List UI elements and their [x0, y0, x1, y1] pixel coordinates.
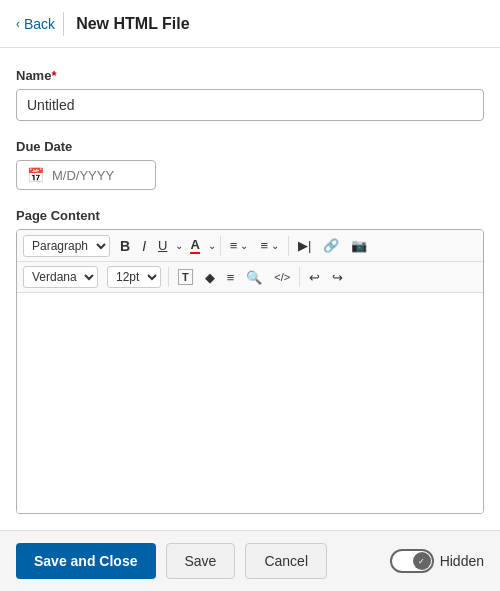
- save-button[interactable]: Save: [166, 543, 236, 579]
- source-icon: </>: [274, 271, 290, 283]
- separator-2: [288, 236, 289, 256]
- find-icon: 🔍: [246, 270, 262, 285]
- due-date-label: Due Date: [16, 139, 484, 154]
- due-date-field-group: Due Date 📅: [16, 139, 484, 190]
- back-button[interactable]: ‹ Back: [16, 12, 64, 36]
- toggle-thumb: ✓: [413, 552, 431, 570]
- name-label: Name*: [16, 68, 484, 83]
- italic-button[interactable]: I: [137, 235, 151, 257]
- font-dropdown[interactable]: Verdana: [23, 266, 98, 288]
- footer: Save and Close Save Cancel ✓ Hidden: [0, 530, 500, 591]
- toolbar-row-2: Verdana 12pt T ◆ ≡ 🔍: [17, 262, 483, 293]
- source-button[interactable]: </>: [269, 268, 295, 286]
- hidden-toggle[interactable]: ✓: [390, 549, 434, 573]
- underline-button[interactable]: U: [153, 235, 172, 256]
- name-field-group: Name*: [16, 68, 484, 121]
- main-content: Name* Due Date 📅 Page Content Paragraph …: [0, 48, 500, 552]
- editor-body[interactable]: [17, 293, 483, 513]
- text-color-button[interactable]: A: [185, 234, 204, 257]
- calendar-icon: 📅: [27, 167, 44, 183]
- text-color-chevron-icon: ⌄: [208, 240, 216, 251]
- bold-button[interactable]: B: [115, 235, 135, 257]
- hidden-toggle-group: ✓ Hidden: [390, 549, 484, 573]
- link-button[interactable]: 🔗: [318, 235, 344, 256]
- back-chevron-icon: ‹: [16, 17, 20, 31]
- size-dropdown[interactable]: 12pt: [107, 266, 161, 288]
- indent-icon: ≡: [227, 270, 235, 285]
- cancel-button[interactable]: Cancel: [245, 543, 327, 579]
- paste-text-icon: T: [178, 269, 193, 285]
- underline-chevron-icon: ⌄: [175, 240, 183, 251]
- page-title: New HTML File: [76, 15, 190, 33]
- indent-button[interactable]: ≡: [222, 267, 240, 288]
- redo-icon: ↪: [332, 270, 343, 285]
- list-icon: ≡: [260, 238, 268, 253]
- page-content-label: Page Content: [16, 208, 484, 223]
- separator-1: [220, 236, 221, 256]
- save-close-button[interactable]: Save and Close: [16, 543, 156, 579]
- align-button[interactable]: ≡ ⌄: [225, 235, 254, 256]
- media-button[interactable]: ▶|: [293, 235, 316, 256]
- media-icon: ▶|: [298, 238, 311, 253]
- text-color-icon: A: [190, 237, 199, 254]
- undo-button[interactable]: ↩: [304, 267, 325, 288]
- redo-button[interactable]: ↪: [327, 267, 348, 288]
- rich-text-editor: Paragraph B I U ⌄ A ⌄ ≡ ⌄ ≡ ⌄: [16, 229, 484, 514]
- header: ‹ Back New HTML File: [0, 0, 500, 48]
- paste-text-button[interactable]: T: [173, 266, 198, 288]
- image-icon: 📷: [351, 238, 367, 253]
- list-button[interactable]: ≡ ⌄: [255, 235, 284, 256]
- toolbar-row-1: Paragraph B I U ⌄ A ⌄ ≡ ⌄ ≡ ⌄: [17, 230, 483, 262]
- align-icon: ≡: [230, 238, 238, 253]
- image-button[interactable]: 📷: [346, 235, 372, 256]
- paint-format-icon: ◆: [205, 270, 215, 285]
- date-input[interactable]: [52, 168, 142, 183]
- separator-4: [299, 267, 300, 287]
- date-picker[interactable]: 📅: [16, 160, 156, 190]
- back-label: Back: [24, 16, 55, 32]
- required-indicator: *: [51, 68, 56, 83]
- style-dropdown[interactable]: Paragraph: [23, 235, 110, 257]
- name-input[interactable]: [16, 89, 484, 121]
- page-content-field-group: Page Content Paragraph B I U ⌄ A ⌄ ≡: [16, 208, 484, 514]
- link-icon: 🔗: [323, 238, 339, 253]
- find-button[interactable]: 🔍: [241, 267, 267, 288]
- paint-format-button[interactable]: ◆: [200, 267, 220, 288]
- align-chevron-icon: ⌄: [240, 240, 248, 251]
- toggle-check-icon: ✓: [418, 557, 425, 566]
- undo-icon: ↩: [309, 270, 320, 285]
- hidden-toggle-label: Hidden: [440, 553, 484, 569]
- separator-3: [168, 267, 169, 287]
- list-chevron-icon: ⌄: [271, 240, 279, 251]
